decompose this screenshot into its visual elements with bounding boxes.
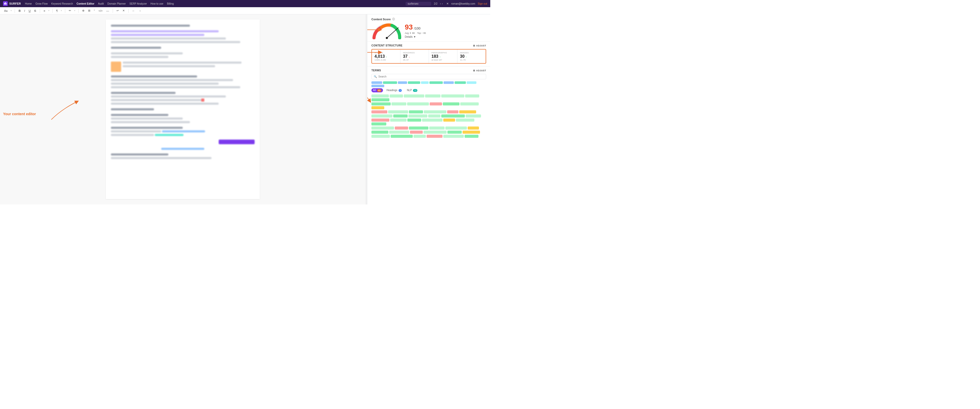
term-chip[interactable] — [408, 115, 427, 118]
term-chip[interactable] — [443, 119, 455, 122]
list-btn[interactable]: ¶ — [55, 9, 59, 13]
term-chip[interactable] — [441, 94, 465, 97]
term-chip[interactable] — [430, 102, 442, 105]
editor-area[interactable]: Your content editor — [0, 14, 366, 205]
tab-nlp[interactable]: NLP 73 — [405, 88, 419, 92]
font-size-btn[interactable]: Aa — [3, 9, 8, 13]
nav-billing[interactable]: Billing — [167, 2, 174, 5]
nav-domain-planner[interactable]: Domain Planner — [107, 2, 126, 5]
undo-btn[interactable]: ← — [131, 9, 136, 13]
term-chip[interactable] — [414, 135, 426, 138]
nav-serp-analyzer[interactable]: SERP Analyzer — [129, 2, 147, 5]
color-bar-row-1 — [371, 81, 486, 87]
term-chip[interactable] — [410, 130, 423, 134]
term-chip[interactable] — [424, 110, 446, 113]
term-chip[interactable] — [459, 110, 476, 113]
nav-keyword-research[interactable]: Keyword Research — [51, 2, 73, 5]
term-chip[interactable] — [371, 110, 387, 113]
font-dropdown-icon[interactable]: ▼ — [10, 10, 12, 12]
italic-btn[interactable]: I — [23, 9, 26, 13]
format-btn[interactable]: ✏ — [68, 8, 72, 13]
list-dropdown-icon[interactable]: ▼ — [60, 10, 62, 12]
term-chip[interactable] — [447, 130, 462, 134]
quote-btn[interactable]: " — [93, 9, 96, 13]
term-chip[interactable] — [395, 126, 408, 130]
term-chip[interactable] — [445, 126, 467, 130]
term-chip[interactable] — [371, 102, 391, 105]
terms-search-input[interactable] — [379, 75, 484, 78]
dash-btn[interactable]: — — [105, 9, 110, 13]
align-dropdown-icon[interactable]: ▼ — [48, 10, 50, 12]
nav-how-to-use[interactable]: How to use — [150, 2, 163, 5]
info-icon[interactable]: ⓘ — [392, 18, 395, 21]
link-btn[interactable]: ⊞ — [87, 8, 91, 13]
term-chip[interactable] — [447, 110, 458, 113]
term-chip[interactable] — [390, 119, 407, 122]
term-chip[interactable] — [422, 119, 442, 122]
nav-content-editor[interactable]: Content Editor — [76, 2, 94, 5]
term-chip[interactable] — [463, 130, 480, 134]
terms-adjust-button[interactable]: ⊞ Adjust — [473, 69, 486, 72]
term-chip[interactable] — [388, 110, 408, 113]
term-chip[interactable] — [407, 119, 421, 122]
bold-btn[interactable]: B — [18, 9, 22, 13]
next-arrow[interactable]: › — [442, 2, 443, 5]
nav-grow-flow[interactable]: Grow Flow — [35, 2, 48, 5]
term-chip[interactable] — [371, 106, 384, 109]
align-btn[interactable]: ≡ — [43, 9, 46, 13]
term-chip[interactable] — [423, 130, 447, 134]
editor-content[interactable] — [106, 19, 260, 199]
term-chip[interactable] — [391, 135, 413, 138]
term-chip[interactable] — [389, 130, 409, 134]
prev-arrow[interactable]: ‹ — [440, 2, 441, 5]
forward-btn[interactable]: → — [138, 9, 142, 13]
terms-search-box[interactable]: 🔍 — [371, 74, 486, 79]
term-chip[interactable] — [371, 94, 389, 97]
term-chip[interactable] — [404, 94, 424, 97]
nav-home[interactable]: Home — [25, 2, 32, 5]
term-chip[interactable] — [371, 115, 393, 118]
term-chip[interactable] — [393, 115, 407, 118]
term-chip[interactable] — [441, 115, 465, 118]
term-chip[interactable] — [371, 98, 390, 101]
term-chip[interactable] — [460, 102, 479, 105]
underline-btn[interactable]: U — [27, 9, 32, 13]
structure-box: WORDS 4,013 ↑ 3,609–4,150 HEADINGS 37 ↓ … — [371, 49, 486, 64]
term-chip[interactable] — [371, 119, 390, 122]
term-chip[interactable] — [426, 135, 442, 138]
tab-headings[interactable]: Headings 5 — [385, 88, 404, 92]
term-chip[interactable] — [409, 126, 428, 130]
term-chip[interactable] — [429, 126, 445, 130]
term-chip[interactable] — [468, 126, 479, 130]
term-chip[interactable] — [371, 126, 394, 130]
search-bar[interactable]: surferseo — [406, 2, 431, 6]
term-chip[interactable] — [407, 102, 429, 105]
term-chip[interactable] — [428, 115, 441, 118]
details-button[interactable]: Details ▼ — [405, 35, 426, 38]
erase-btn[interactable]: ✕ — [121, 8, 126, 13]
term-chip[interactable] — [409, 110, 423, 113]
term-chip[interactable] — [390, 94, 403, 97]
term-chip[interactable] — [425, 94, 441, 97]
surfer-logo[interactable]: SURFER — [3, 1, 21, 6]
strikethrough-btn[interactable]: S — [33, 9, 37, 13]
sign-out-button[interactable]: Sign out — [478, 2, 487, 5]
term-chip[interactable] — [456, 119, 474, 122]
term-chip[interactable] — [371, 135, 390, 138]
term-chip[interactable] — [371, 130, 388, 134]
term-chip[interactable] — [466, 115, 481, 118]
nav-audit[interactable]: Audit — [98, 2, 104, 5]
term-chip[interactable] — [443, 102, 460, 105]
term-chip[interactable] — [465, 94, 479, 97]
media-btn[interactable]: ⊕ — [81, 8, 86, 13]
term-chip[interactable] — [443, 135, 464, 138]
redo-btn[interactable]: ↩ — [116, 8, 120, 13]
tab-all[interactable]: All 80 — [371, 88, 383, 92]
format-dropdown-icon[interactable]: ▼ — [74, 10, 76, 12]
close-button[interactable]: ✕ — [446, 2, 449, 5]
term-chip[interactable] — [391, 102, 406, 105]
code-btn[interactable]: </> — [97, 9, 104, 13]
term-chip[interactable] — [371, 123, 386, 126]
structure-adjust-button[interactable]: ⊞ Adjust — [473, 45, 486, 47]
term-chip[interactable] — [465, 135, 479, 138]
